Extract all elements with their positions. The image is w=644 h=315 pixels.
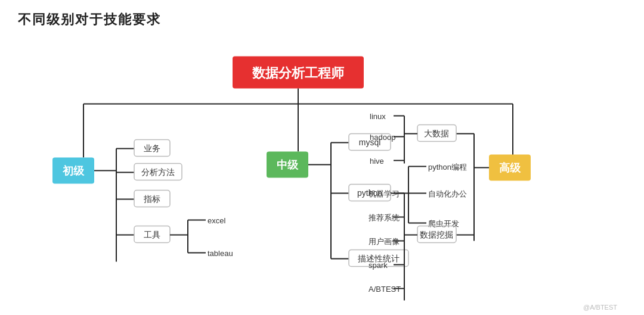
skill-fxff: 分析方法	[141, 167, 175, 177]
watermark: @A/BTEST	[583, 304, 617, 311]
skill-gongju: 工具	[144, 230, 160, 239]
skill-hadoop: hadoop	[370, 133, 395, 142]
skill-portrait: 用户画像	[369, 237, 400, 246]
skill-yewu: 业务	[144, 144, 160, 153]
junior-label: 初级	[62, 164, 85, 177]
senior-label: 高级	[499, 161, 521, 174]
skill-abtest: A/BTEST	[369, 285, 401, 294]
skill-excel: excel	[208, 216, 225, 225]
page-title: 不同级别对于技能要求	[18, 11, 161, 29]
skill-datamining: 数据挖掘	[420, 230, 453, 239]
skill-python-prog: python编程	[428, 163, 467, 171]
mid-label: 中级	[277, 159, 299, 171]
skill-zhibiao: 指标	[143, 194, 160, 204]
root-label: 数据分析工程师	[252, 66, 345, 80]
skill-spark: spark	[369, 261, 388, 270]
skill-ml: 机器学习	[369, 189, 400, 198]
skill-hive: hive	[370, 157, 384, 166]
skill-linux: linux	[370, 112, 386, 121]
skill-automation: 自动化办公	[428, 189, 467, 198]
diagram-container: text { font-family: 'Microsoft YaHei', '…	[0, 36, 644, 315]
skill-bigdata: 大数据	[424, 129, 449, 138]
skill-tableau: tableau	[208, 249, 233, 258]
skill-recommend: 推荐系统	[369, 213, 400, 222]
